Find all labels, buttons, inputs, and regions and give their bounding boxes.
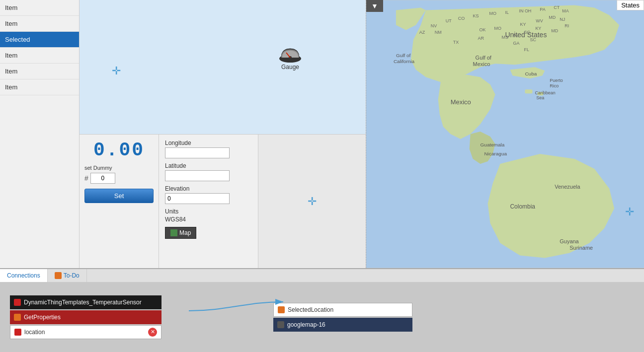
svg-text:GA: GA <box>513 41 519 46</box>
error-badge[interactable]: ✕ <box>148 328 157 337</box>
lower-center-empty: ✛ <box>258 135 366 268</box>
svg-text:WV: WV <box>536 18 543 23</box>
right-node-group: SelectedLocation googlemap-16 <box>273 303 412 332</box>
units-label: Units <box>165 208 252 215</box>
dummy-input[interactable] <box>90 173 115 184</box>
svg-text:Mexico: Mexico <box>451 98 471 106</box>
coords-form: Longitude Latitude Elevation Units WGS84 <box>159 135 258 268</box>
sidebar-item-5[interactable]: Item <box>0 79 79 95</box>
svg-text:Suriname: Suriname <box>569 245 593 251</box>
sidebar: Item Item Selected Item Item Item <box>0 0 80 268</box>
sidebar-item-1[interactable]: Item <box>0 16 79 32</box>
node-location-icon <box>14 329 21 336</box>
left-node-group: DynamicThingTemplates_TemperaturSensor G… <box>10 295 161 339</box>
svg-text:KS: KS <box>473 13 479 18</box>
elevation-input[interactable] <box>165 193 230 204</box>
svg-text:IL: IL <box>505 10 509 15</box>
svg-text:Mexico: Mexico <box>473 61 490 67</box>
map-dropdown-button[interactable]: ▼ <box>366 0 383 12</box>
longitude-label: Longitude <box>165 140 252 146</box>
svg-text:Colombia: Colombia <box>510 203 535 210</box>
svg-text:Gulf of: Gulf of <box>396 53 411 58</box>
svg-text:Guyana: Guyana <box>560 238 579 244</box>
svg-text:KY: KY <box>520 22 526 27</box>
svg-text:MO: MO <box>494 26 501 31</box>
svg-text:Puerto: Puerto <box>550 78 563 83</box>
move-handle-center[interactable]: ✛ <box>308 195 317 208</box>
svg-text:Nicaragua: Nicaragua <box>484 151 507 156</box>
node-location[interactable]: location ✕ <box>10 325 161 339</box>
latitude-label: Latitude <box>165 162 252 169</box>
svg-text:Sea: Sea <box>536 95 544 100</box>
svg-text:NJ: NJ <box>560 17 565 22</box>
hash-icon: # <box>84 174 88 182</box>
move-handle-left[interactable]: ✛ <box>112 65 121 77</box>
svg-text:KY: KY <box>535 26 541 31</box>
center-canvas: ✛ Gauge 0.00 <box>80 0 366 268</box>
tab-todo[interactable]: To-Do <box>48 269 87 282</box>
svg-text:Rico: Rico <box>550 83 559 88</box>
set-dummy-label: set Dummy <box>84 165 154 171</box>
map-button[interactable]: Map <box>165 227 196 239</box>
sidebar-item-3[interactable]: Item <box>0 48 79 64</box>
elevation-label: Elevation <box>165 185 252 192</box>
svg-text:TX: TX <box>453 40 459 45</box>
todo-icon <box>55 272 62 279</box>
connector-svg <box>186 292 286 317</box>
map-panel: States ▼ <box>366 0 644 268</box>
gauge-icon <box>278 45 302 64</box>
tabs-bar: Connections To-Do <box>0 268 644 282</box>
svg-text:MD: MD <box>549 15 556 20</box>
svg-text:NV: NV <box>431 23 437 28</box>
svg-text:MA: MA <box>562 8 568 13</box>
svg-text:MO: MO <box>489 11 496 16</box>
googlemap-icon <box>277 321 284 328</box>
node-getproperties[interactable]: GetProperties <box>10 310 161 324</box>
tab-connections[interactable]: Connections <box>0 269 48 282</box>
connections-area: DynamicThingTemplates_TemperaturSensor G… <box>0 282 644 352</box>
sidebar-item-4[interactable]: Item <box>0 64 79 79</box>
svg-text:Gulf of: Gulf of <box>476 55 492 61</box>
svg-text:UT: UT <box>446 18 452 23</box>
svg-text:CO: CO <box>458 16 465 21</box>
set-button[interactable]: Set <box>84 189 154 203</box>
svg-text:RI: RI <box>564 23 569 28</box>
svg-text:PA: PA <box>540 7 545 12</box>
svg-text:IN OH: IN OH <box>519 8 531 13</box>
sidebar-item-0[interactable]: Item <box>0 0 79 16</box>
map-button-icon <box>170 229 177 236</box>
states-tab[interactable]: States <box>617 0 644 10</box>
svg-text:CT: CT <box>554 5 560 10</box>
svg-text:Guatemala: Guatemala <box>481 142 505 147</box>
sidebar-item-selected[interactable]: Selected <box>0 32 79 48</box>
svg-text:AL: AL <box>513 32 518 37</box>
svg-text:Venezuela: Venezuela <box>555 184 580 190</box>
selected-location-icon <box>278 306 285 313</box>
svg-text:OK: OK <box>480 27 486 32</box>
latitude-input[interactable] <box>165 170 230 181</box>
svg-text:Cuba: Cuba <box>525 71 537 76</box>
svg-text:AZ: AZ <box>419 30 425 35</box>
node-selectedlocation[interactable]: SelectedLocation <box>273 303 412 317</box>
svg-rect-4 <box>525 89 532 93</box>
svg-text:NM: NM <box>435 30 442 35</box>
node-googlemap[interactable]: googlemap-16 <box>273 318 412 332</box>
map-svg: United States Mexico Colombia Venezuela … <box>366 0 644 268</box>
svg-text:MD: MD <box>551 28 558 33</box>
node-icon-orange <box>14 314 21 321</box>
longitude-input[interactable] <box>165 147 230 158</box>
gauge-widget[interactable]: Gauge <box>278 45 302 70</box>
units-value: WGS84 <box>165 216 252 223</box>
gauge-label: Gauge <box>281 64 299 70</box>
svg-text:SC: SC <box>530 37 536 42</box>
svg-text:California: California <box>394 59 415 64</box>
svg-text:AR: AR <box>478 36 484 41</box>
node-icon-red <box>14 299 21 306</box>
svg-text:SC: SC <box>524 30 530 35</box>
svg-text:MS: MS <box>502 35 508 40</box>
digital-widget: 0.00 set Dummy # Set <box>80 135 159 268</box>
node-dynamic-thing[interactable]: DynamicThingTemplates_TemperaturSensor <box>10 295 161 309</box>
digital-display: 0.00 <box>84 140 154 161</box>
move-handle-right[interactable]: ✛ <box>625 206 634 218</box>
svg-text:FL: FL <box>524 47 529 52</box>
